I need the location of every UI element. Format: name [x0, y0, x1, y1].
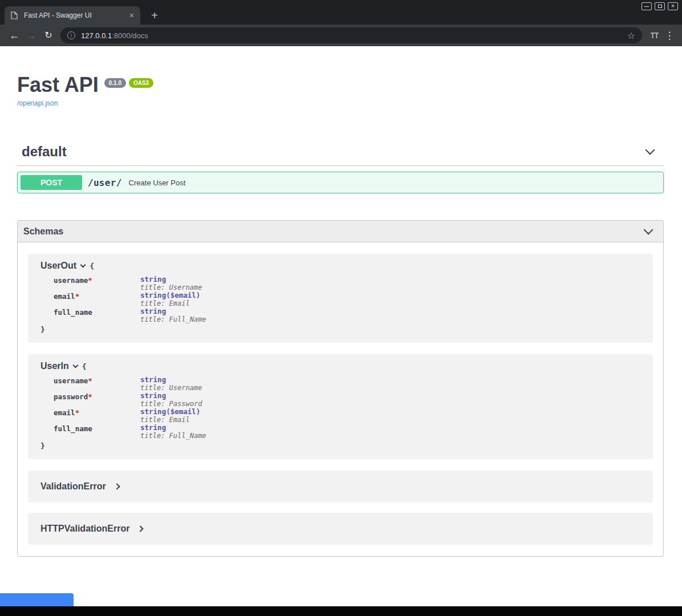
property-title-meta: title: Password: [140, 400, 202, 408]
endpoint-path: /user/: [88, 177, 122, 188]
minimize-icon: [644, 6, 649, 7]
browser-toolbar: ← → ↻ i 127.0.0.1:8000/docs ☆ ⋮: [0, 25, 682, 46]
property-type: string: [140, 392, 202, 400]
schemas-title: Schemas: [23, 226, 63, 237]
property-title-meta: title: Full_Name: [140, 315, 206, 323]
open-brace: {: [90, 262, 94, 270]
property-name: username*: [54, 376, 140, 392]
model-name: HTTPValidationError: [40, 524, 129, 534]
version-badge: 0.1.0: [104, 78, 126, 88]
chevron-down-icon: [80, 262, 86, 268]
oas3-badge: OAS3: [129, 78, 153, 88]
http-method-badge: POST: [21, 175, 82, 190]
model-httpvalidationerror[interactable]: HTTPValidationError: [28, 513, 653, 545]
property-name: email*: [54, 291, 140, 307]
model-properties: username* string title: Username email* …: [40, 275, 642, 323]
endpoint-post-user[interactable]: POST /user/ Create User Post: [17, 172, 664, 193]
schemas-header[interactable]: Schemas: [18, 221, 663, 242]
schema-property-row: username* string title: Username: [40, 376, 642, 392]
property-type: string($email): [140, 291, 200, 299]
property-definition: string title: Password: [140, 392, 202, 408]
property-type: string($email): [140, 408, 200, 416]
property-type: string: [140, 424, 206, 432]
browser-menu-icon[interactable]: ⋮: [663, 30, 676, 42]
property-definition: string($email) title: Email: [140, 408, 200, 424]
close-brace: }: [40, 325, 642, 334]
model-userin: UserIn { username* string title: Usernam…: [28, 354, 653, 459]
property-type: string: [140, 275, 202, 283]
url-text[interactable]: 127.0.0.1:8000/docs: [81, 31, 148, 40]
api-info: Fast API 0.1.0 OAS3 /openapi.json: [17, 46, 664, 108]
property-title-meta: title: Full_Name: [140, 432, 206, 440]
property-title-meta: title: Email: [140, 416, 200, 424]
close-button[interactable]: ×: [668, 2, 678, 10]
forward-icon[interactable]: →: [23, 27, 40, 44]
window-controls: ×: [642, 2, 678, 10]
title-badges: 0.1.0 OAS3: [104, 78, 153, 88]
status-bubble: [0, 593, 74, 606]
schema-property-row: full_name string title: Full_Name: [40, 424, 642, 440]
property-definition: string title: Full_Name: [140, 307, 206, 323]
model-properties: username* string title: Username passwor…: [40, 376, 642, 440]
chevron-down-icon[interactable]: [646, 145, 655, 155]
property-title-meta: title: Username: [140, 283, 202, 291]
required-star: *: [88, 276, 92, 285]
browser-tab[interactable]: Fast API - Swagger UI ×: [5, 6, 140, 25]
maximize-icon: [658, 5, 662, 8]
schemas-body: UserOut { username* string title: Userna…: [18, 242, 663, 556]
chevron-down-icon[interactable]: [644, 225, 653, 234]
required-star: *: [75, 408, 80, 417]
page-title: Fast API: [17, 73, 99, 97]
property-definition: string title: Username: [140, 376, 202, 392]
model-name: UserIn: [40, 361, 69, 371]
endpoint-summary: Create User Post: [129, 179, 186, 187]
extensions-icon[interactable]: [647, 31, 663, 39]
minimize-button[interactable]: [642, 2, 652, 10]
tag-section-default[interactable]: default: [17, 139, 664, 166]
open-brace: {: [82, 362, 87, 371]
chevron-right-icon: [137, 525, 144, 532]
tab-close-button[interactable]: ×: [128, 11, 135, 19]
page-favicon-icon: [11, 11, 19, 20]
maximize-button[interactable]: [655, 2, 665, 10]
property-type: string: [140, 307, 206, 315]
address-bar[interactable]: i 127.0.0.1:8000/docs ☆: [60, 27, 642, 43]
required-star: *: [75, 292, 80, 301]
site-info-icon[interactable]: i: [67, 31, 75, 39]
tag-title: default: [22, 144, 67, 160]
close-brace: }: [40, 441, 642, 450]
model-name: ValidationError: [40, 481, 106, 492]
property-definition: string title: Username: [140, 275, 202, 291]
model-userin-toggle[interactable]: UserIn {: [40, 361, 642, 371]
property-name: password*: [54, 392, 140, 408]
new-tab-button[interactable]: +: [147, 9, 162, 23]
openapi-spec-link[interactable]: /openapi.json: [17, 99, 58, 107]
property-title-meta: title: Email: [140, 299, 200, 307]
chevron-down-icon: [72, 363, 78, 368]
reload-icon[interactable]: ↻: [40, 27, 57, 44]
model-userout: UserOut { username* string title: Userna…: [28, 254, 653, 343]
property-name: full_name: [54, 424, 140, 440]
browser-window: Fast API - Swagger UI × + × ← → ↻ i 127.…: [0, 0, 682, 616]
chevron-right-icon: [113, 483, 120, 489]
model-userout-toggle[interactable]: UserOut {: [40, 261, 642, 271]
model-name: UserOut: [40, 261, 76, 271]
bottom-desktop-strip: [0, 606, 682, 616]
property-name: username*: [54, 275, 140, 291]
schema-property-row: username* string title: Username: [40, 275, 642, 291]
bookmark-star-icon[interactable]: ☆: [627, 30, 635, 41]
property-definition: string($email) title: Email: [140, 291, 200, 307]
property-name: email*: [54, 408, 140, 424]
window-titlebar: Fast API - Swagger UI × + ×: [0, 0, 682, 25]
back-icon[interactable]: ←: [6, 27, 23, 44]
schema-property-row: password* string title: Password: [40, 392, 642, 408]
property-title-meta: title: Username: [140, 384, 202, 392]
swagger-page: Fast API 0.1.0 OAS3 /openapi.json defaul…: [0, 46, 682, 606]
schemas-section: Schemas UserOut { username*: [17, 220, 664, 557]
model-validationerror[interactable]: ValidationError: [28, 471, 653, 502]
required-star: *: [88, 376, 92, 385]
property-definition: string title: Full_Name: [140, 424, 206, 440]
property-type: string: [140, 376, 202, 384]
property-name: full_name: [54, 307, 140, 323]
tab-title: Fast API - Swagger UI: [24, 11, 128, 19]
